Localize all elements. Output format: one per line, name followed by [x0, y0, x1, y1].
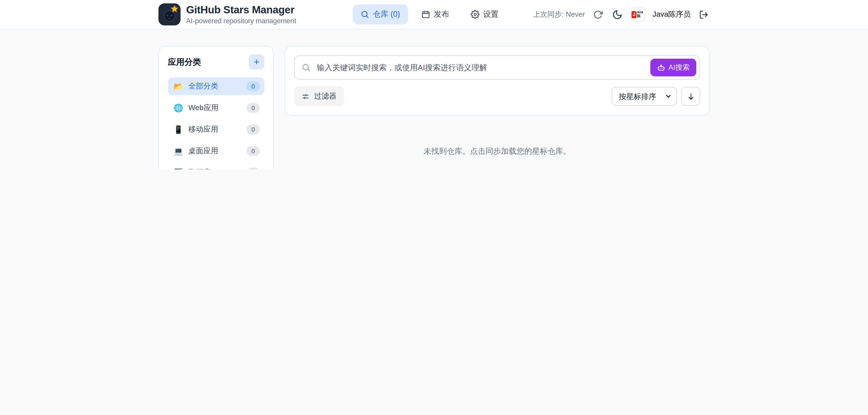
category-count-badge: 0 — [247, 125, 260, 134]
robot-icon — [657, 64, 665, 72]
logout-button[interactable] — [698, 8, 710, 20]
category-count-badge: 0 — [247, 146, 260, 156]
main-nav: 仓库 (0) 发布 设置 — [352, 4, 506, 24]
sort-group: 按星标排序 — [612, 87, 700, 106]
category-label: 数据库 — [188, 168, 241, 169]
sliders-icon — [301, 92, 310, 101]
sort-select[interactable]: 按星标排序 — [612, 87, 677, 106]
theme-toggle-button[interactable] — [611, 8, 624, 21]
search-bar: AI搜索 — [294, 55, 700, 80]
avatar-logo-letter: J — [631, 11, 637, 18]
category-icon: 📱 — [174, 125, 183, 134]
sidebar-category-item[interactable]: 📂 全部分类 0 — [168, 77, 264, 95]
search-card: AI搜索 过滤器 按星标排序 — [285, 46, 710, 115]
username-label: Java陈序员 — [653, 9, 691, 20]
category-list: 📂 全部分类 0 🌐 Web应用 0 📱 移动应用 0 💻 桌面应用 0 🗄️ … — [168, 77, 264, 169]
ai-search-label: AI搜索 — [669, 63, 690, 72]
search-input[interactable] — [316, 63, 638, 72]
page: GitHub Stars Manager AI-powered reposito… — [0, 0, 868, 169]
sidebar-categories: 应用分类 + 📂 全部分类 0 🌐 Web应用 0 📱 移动应用 0 💻 桌面应… — [158, 46, 274, 169]
user-avatar: J ava陈 — [631, 7, 645, 22]
sync-refresh-button[interactable] — [592, 8, 604, 20]
nav-tab-settings[interactable]: 设置 — [463, 4, 506, 24]
category-label: 桌面应用 — [188, 146, 241, 156]
add-category-button[interactable]: + — [249, 54, 264, 70]
header-right: 上次同步: Never J ava陈 Java陈序员 — [533, 7, 710, 22]
avatar-logo-text: ava陈 — [637, 10, 645, 19]
category-icon: 🌐 — [174, 103, 183, 112]
category-count-badge: 0 — [247, 168, 260, 169]
filter-label: 过滤器 — [314, 91, 336, 101]
moon-icon — [612, 9, 623, 20]
category-icon: 🗄️ — [174, 168, 183, 169]
logout-icon — [699, 10, 709, 19]
category-count-badge: 0 — [247, 103, 260, 113]
ai-search-button[interactable]: AI搜索 — [650, 59, 696, 76]
category-label: 全部分类 — [188, 81, 241, 91]
search-icon — [301, 63, 311, 72]
main-content: AI搜索 过滤器 按星标排序 — [285, 46, 710, 157]
sidebar-category-item[interactable]: 🗄️ 数据库 0 — [168, 164, 264, 169]
sidebar-category-item[interactable]: 💻 桌面应用 0 — [168, 142, 264, 160]
category-icon: 💻 — [174, 146, 183, 155]
search-icon — [360, 10, 369, 19]
app-header: GitHub Stars Manager AI-powered reposito… — [0, 0, 868, 29]
nav-tab-repositories[interactable]: 仓库 (0) — [352, 4, 408, 24]
brand: GitHub Stars Manager AI-powered reposito… — [158, 3, 296, 26]
page-subtitle: AI-powered repository management — [186, 17, 296, 25]
nav-tab-label: 设置 — [483, 9, 499, 20]
filter-row: 过滤器 按星标排序 — [294, 86, 700, 106]
arrow-down-icon — [687, 92, 695, 101]
last-sync-label: 上次同步: Never — [533, 9, 585, 20]
sidebar-title: 应用分类 — [168, 57, 201, 67]
nav-tab-label: 发布 — [434, 9, 450, 20]
sidebar-category-item[interactable]: 📱 移动应用 0 — [168, 120, 264, 138]
nav-tab-label: 仓库 (0) — [373, 9, 400, 20]
category-icon: 📂 — [174, 82, 183, 91]
filter-button[interactable]: 过滤器 — [294, 86, 344, 106]
app-logo — [158, 3, 181, 26]
category-label: Web应用 — [188, 103, 241, 113]
empty-state-message: 未找到仓库。点击同步加载您的星标仓库。 — [285, 146, 710, 157]
sort-direction-button[interactable] — [681, 87, 700, 106]
category-count-badge: 0 — [247, 81, 260, 91]
category-label: 移动应用 — [188, 125, 241, 134]
gear-icon — [470, 10, 479, 19]
page-title: GitHub Stars Manager — [186, 4, 296, 16]
brand-text: GitHub Stars Manager AI-powered reposito… — [186, 4, 296, 25]
calendar-icon — [421, 10, 430, 19]
sidebar-category-item[interactable]: 🌐 Web应用 0 — [168, 99, 264, 117]
refresh-icon — [593, 10, 603, 19]
nav-tab-releases[interactable]: 发布 — [413, 4, 457, 24]
